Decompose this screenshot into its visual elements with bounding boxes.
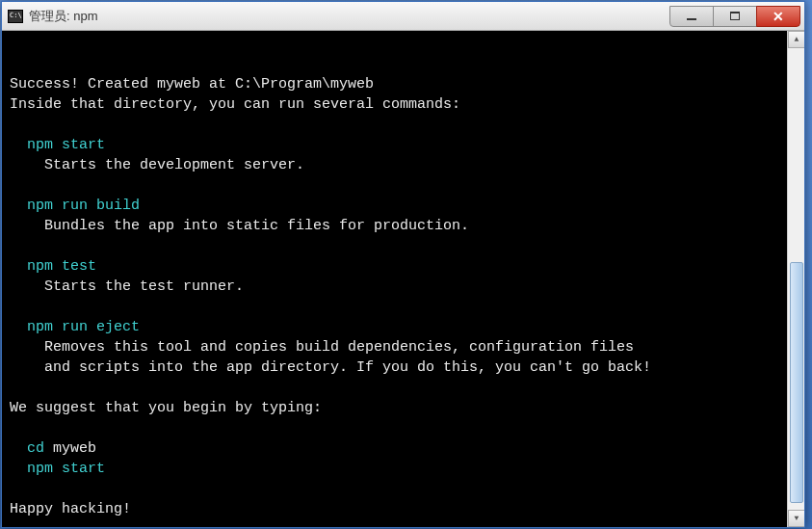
close-button[interactable]: ✕ (756, 6, 800, 27)
blank-line (10, 115, 797, 135)
maximize-button[interactable] (713, 6, 757, 27)
window-title: 管理员: npm (29, 8, 670, 25)
command-label: npm start (10, 135, 797, 155)
command-line: cd myweb (10, 438, 797, 459)
blank-line (10, 378, 797, 398)
maximize-icon (730, 12, 740, 20)
scroll-up-button[interactable]: ▲ (788, 31, 804, 48)
command-label: npm start (10, 459, 797, 479)
cd-arg: myweb (53, 440, 96, 457)
command-desc: Starts the development server. (10, 155, 797, 175)
output-line: We suggest that you begin by typing: (10, 398, 797, 418)
command-desc: Bundles the app into static files for pr… (10, 216, 797, 236)
command-desc: and scripts into the app directory. If y… (10, 357, 797, 378)
minimize-icon (687, 18, 696, 20)
command-label: npm run build (10, 196, 797, 216)
output-line: Success! Created myweb at C:\Program\myw… (10, 74, 797, 94)
terminal-output[interactable]: Success! Created myweb at C:\Program\myw… (2, 31, 804, 527)
blank-line (10, 297, 797, 317)
output-line: Inside that directory, you can run sever… (10, 94, 797, 115)
titlebar[interactable]: 管理员: npm ✕ (2, 2, 804, 31)
output-line: Happy hacking! (10, 499, 797, 519)
command-desc: Starts the test runner. (10, 277, 797, 297)
command-desc: Removes this tool and copies build depen… (10, 337, 797, 357)
blank-line (10, 236, 797, 256)
terminal-window: 管理员: npm ✕ Success! Created myweb at C:\… (1, 1, 805, 528)
cmd-icon (8, 10, 23, 23)
window-controls: ✕ (670, 6, 800, 27)
command-label: npm test (10, 256, 797, 277)
blank-line (10, 418, 797, 438)
scroll-down-button[interactable]: ▼ (788, 510, 804, 527)
scrollbar[interactable]: ▲ ▼ (787, 31, 804, 527)
blank-line (10, 479, 797, 499)
cd-cmd: cd (27, 440, 53, 457)
command-label: npm run eject (10, 317, 797, 337)
minimize-button[interactable] (669, 6, 714, 27)
blank-line (10, 175, 797, 196)
scroll-thumb[interactable] (790, 262, 803, 503)
close-icon: ✕ (773, 9, 784, 24)
